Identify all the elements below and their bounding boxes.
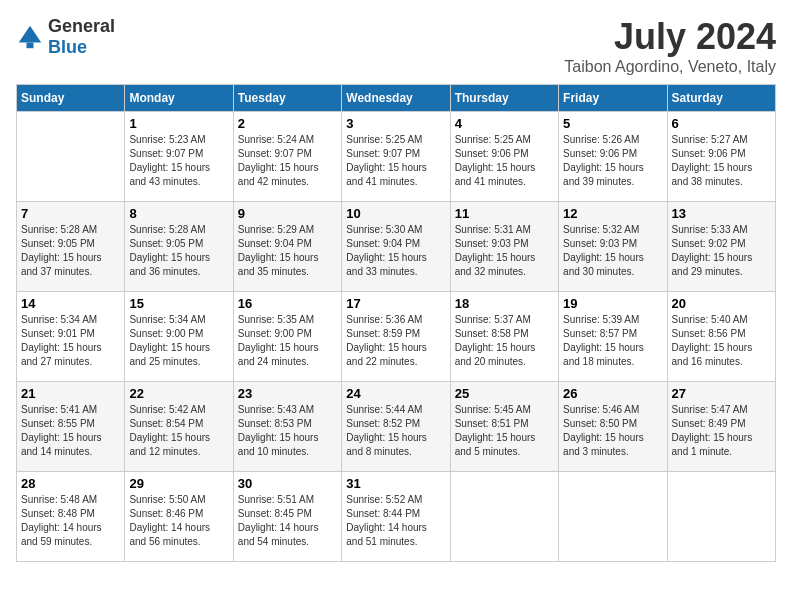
day-number: 23 [238, 386, 337, 401]
calendar-cell: 4Sunrise: 5:25 AMSunset: 9:06 PMDaylight… [450, 112, 558, 202]
day-number: 7 [21, 206, 120, 221]
day-number: 15 [129, 296, 228, 311]
day-info: Sunrise: 5:26 AMSunset: 9:06 PMDaylight:… [563, 133, 662, 189]
header-monday: Monday [125, 85, 233, 112]
calendar-cell: 3Sunrise: 5:25 AMSunset: 9:07 PMDaylight… [342, 112, 450, 202]
logo-general: General [48, 16, 115, 36]
calendar-cell: 30Sunrise: 5:51 AMSunset: 8:45 PMDayligh… [233, 472, 341, 562]
calendar-cell: 22Sunrise: 5:42 AMSunset: 8:54 PMDayligh… [125, 382, 233, 472]
calendar-cell: 16Sunrise: 5:35 AMSunset: 9:00 PMDayligh… [233, 292, 341, 382]
day-info: Sunrise: 5:24 AMSunset: 9:07 PMDaylight:… [238, 133, 337, 189]
day-number: 13 [672, 206, 771, 221]
day-number: 30 [238, 476, 337, 491]
day-number: 4 [455, 116, 554, 131]
header-tuesday: Tuesday [233, 85, 341, 112]
day-number: 3 [346, 116, 445, 131]
day-info: Sunrise: 5:25 AMSunset: 9:06 PMDaylight:… [455, 133, 554, 189]
day-info: Sunrise: 5:27 AMSunset: 9:06 PMDaylight:… [672, 133, 771, 189]
day-number: 26 [563, 386, 662, 401]
calendar-cell: 20Sunrise: 5:40 AMSunset: 8:56 PMDayligh… [667, 292, 775, 382]
calendar-cell: 27Sunrise: 5:47 AMSunset: 8:49 PMDayligh… [667, 382, 775, 472]
day-info: Sunrise: 5:23 AMSunset: 9:07 PMDaylight:… [129, 133, 228, 189]
day-number: 6 [672, 116, 771, 131]
logo-blue: Blue [48, 37, 87, 57]
day-info: Sunrise: 5:48 AMSunset: 8:48 PMDaylight:… [21, 493, 120, 549]
calendar-header-row: SundayMondayTuesdayWednesdayThursdayFrid… [17, 85, 776, 112]
calendar-cell: 19Sunrise: 5:39 AMSunset: 8:57 PMDayligh… [559, 292, 667, 382]
day-info: Sunrise: 5:45 AMSunset: 8:51 PMDaylight:… [455, 403, 554, 459]
logo: General Blue [16, 16, 115, 58]
calendar-cell: 24Sunrise: 5:44 AMSunset: 8:52 PMDayligh… [342, 382, 450, 472]
day-info: Sunrise: 5:39 AMSunset: 8:57 PMDaylight:… [563, 313, 662, 369]
day-info: Sunrise: 5:34 AMSunset: 9:01 PMDaylight:… [21, 313, 120, 369]
day-number: 28 [21, 476, 120, 491]
week-row-1: 1Sunrise: 5:23 AMSunset: 9:07 PMDaylight… [17, 112, 776, 202]
calendar-cell [559, 472, 667, 562]
day-info: Sunrise: 5:46 AMSunset: 8:50 PMDaylight:… [563, 403, 662, 459]
day-number: 27 [672, 386, 771, 401]
calendar-cell [450, 472, 558, 562]
day-number: 1 [129, 116, 228, 131]
header-saturday: Saturday [667, 85, 775, 112]
location-title: Taibon Agordino, Veneto, Italy [564, 58, 776, 76]
week-row-2: 7Sunrise: 5:28 AMSunset: 9:05 PMDaylight… [17, 202, 776, 292]
day-number: 17 [346, 296, 445, 311]
svg-marker-0 [19, 26, 41, 43]
calendar-cell: 17Sunrise: 5:36 AMSunset: 8:59 PMDayligh… [342, 292, 450, 382]
calendar-cell: 15Sunrise: 5:34 AMSunset: 9:00 PMDayligh… [125, 292, 233, 382]
day-info: Sunrise: 5:30 AMSunset: 9:04 PMDaylight:… [346, 223, 445, 279]
day-number: 20 [672, 296, 771, 311]
day-number: 25 [455, 386, 554, 401]
day-number: 21 [21, 386, 120, 401]
calendar-cell: 1Sunrise: 5:23 AMSunset: 9:07 PMDaylight… [125, 112, 233, 202]
week-row-3: 14Sunrise: 5:34 AMSunset: 9:01 PMDayligh… [17, 292, 776, 382]
header: General Blue July 2024 Taibon Agordino, … [16, 16, 776, 76]
day-info: Sunrise: 5:43 AMSunset: 8:53 PMDaylight:… [238, 403, 337, 459]
day-info: Sunrise: 5:37 AMSunset: 8:58 PMDaylight:… [455, 313, 554, 369]
logo-icon [16, 23, 44, 51]
day-info: Sunrise: 5:51 AMSunset: 8:45 PMDaylight:… [238, 493, 337, 549]
day-number: 5 [563, 116, 662, 131]
header-wednesday: Wednesday [342, 85, 450, 112]
calendar-cell: 5Sunrise: 5:26 AMSunset: 9:06 PMDaylight… [559, 112, 667, 202]
day-info: Sunrise: 5:28 AMSunset: 9:05 PMDaylight:… [21, 223, 120, 279]
day-number: 12 [563, 206, 662, 221]
day-info: Sunrise: 5:25 AMSunset: 9:07 PMDaylight:… [346, 133, 445, 189]
day-info: Sunrise: 5:29 AMSunset: 9:04 PMDaylight:… [238, 223, 337, 279]
day-info: Sunrise: 5:28 AMSunset: 9:05 PMDaylight:… [129, 223, 228, 279]
calendar-table: SundayMondayTuesdayWednesdayThursdayFrid… [16, 84, 776, 562]
calendar-cell: 28Sunrise: 5:48 AMSunset: 8:48 PMDayligh… [17, 472, 125, 562]
day-number: 22 [129, 386, 228, 401]
calendar-cell: 31Sunrise: 5:52 AMSunset: 8:44 PMDayligh… [342, 472, 450, 562]
day-info: Sunrise: 5:50 AMSunset: 8:46 PMDaylight:… [129, 493, 228, 549]
calendar-cell: 13Sunrise: 5:33 AMSunset: 9:02 PMDayligh… [667, 202, 775, 292]
calendar-cell [17, 112, 125, 202]
month-title: July 2024 [564, 16, 776, 58]
calendar-cell: 12Sunrise: 5:32 AMSunset: 9:03 PMDayligh… [559, 202, 667, 292]
day-number: 16 [238, 296, 337, 311]
calendar-cell: 25Sunrise: 5:45 AMSunset: 8:51 PMDayligh… [450, 382, 558, 472]
day-info: Sunrise: 5:44 AMSunset: 8:52 PMDaylight:… [346, 403, 445, 459]
calendar-cell: 2Sunrise: 5:24 AMSunset: 9:07 PMDaylight… [233, 112, 341, 202]
day-number: 11 [455, 206, 554, 221]
calendar-cell: 23Sunrise: 5:43 AMSunset: 8:53 PMDayligh… [233, 382, 341, 472]
header-friday: Friday [559, 85, 667, 112]
day-number: 10 [346, 206, 445, 221]
calendar-cell: 9Sunrise: 5:29 AMSunset: 9:04 PMDaylight… [233, 202, 341, 292]
day-info: Sunrise: 5:31 AMSunset: 9:03 PMDaylight:… [455, 223, 554, 279]
header-sunday: Sunday [17, 85, 125, 112]
calendar-cell: 7Sunrise: 5:28 AMSunset: 9:05 PMDaylight… [17, 202, 125, 292]
title-area: July 2024 Taibon Agordino, Veneto, Italy [564, 16, 776, 76]
day-info: Sunrise: 5:47 AMSunset: 8:49 PMDaylight:… [672, 403, 771, 459]
day-number: 18 [455, 296, 554, 311]
day-info: Sunrise: 5:42 AMSunset: 8:54 PMDaylight:… [129, 403, 228, 459]
calendar-cell: 29Sunrise: 5:50 AMSunset: 8:46 PMDayligh… [125, 472, 233, 562]
day-info: Sunrise: 5:41 AMSunset: 8:55 PMDaylight:… [21, 403, 120, 459]
day-info: Sunrise: 5:35 AMSunset: 9:00 PMDaylight:… [238, 313, 337, 369]
calendar-cell: 10Sunrise: 5:30 AMSunset: 9:04 PMDayligh… [342, 202, 450, 292]
day-number: 31 [346, 476, 445, 491]
day-number: 9 [238, 206, 337, 221]
week-row-4: 21Sunrise: 5:41 AMSunset: 8:55 PMDayligh… [17, 382, 776, 472]
calendar-cell: 8Sunrise: 5:28 AMSunset: 9:05 PMDaylight… [125, 202, 233, 292]
day-number: 2 [238, 116, 337, 131]
